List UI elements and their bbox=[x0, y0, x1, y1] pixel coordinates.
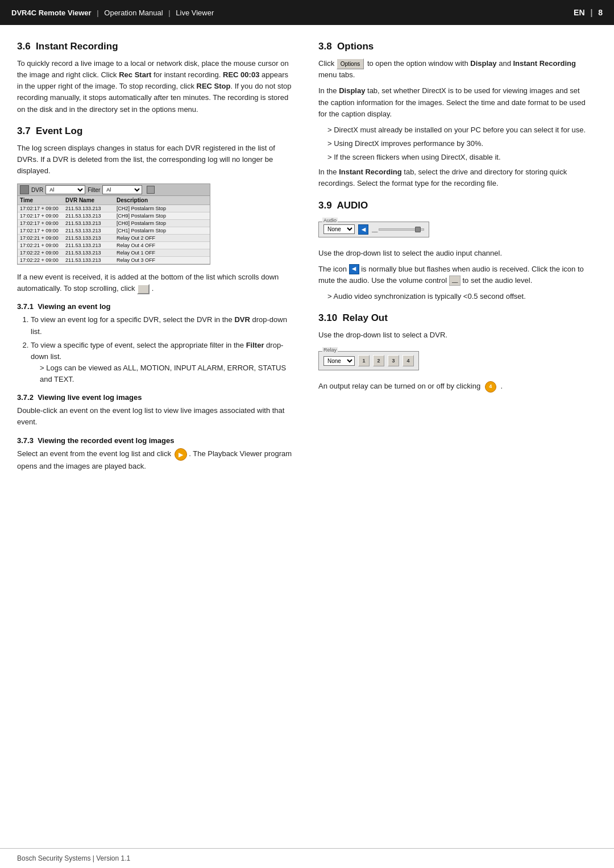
footer-company: Bosch Security Systems | Version 1.1 bbox=[17, 854, 130, 862]
scroll-stop-icon bbox=[137, 284, 150, 294]
relay-widget-label: Relay bbox=[322, 347, 338, 353]
filter-bold: Filter bbox=[246, 341, 264, 349]
table-row: 17:02:17 + 09:00 211.53.133.213 [CH1] Po… bbox=[18, 227, 210, 235]
bullet-directx1: DirectX must already be installed on you… bbox=[327, 124, 591, 136]
relay-widget: Relay None 1 2 3 4 bbox=[318, 351, 419, 370]
section-39-body1: Use the drop-down list to select the aud… bbox=[318, 248, 591, 259]
table-row: 17:02:17 + 09:00 211.53.133.213 [CH0] Po… bbox=[18, 220, 210, 227]
section-310-body1: Use the drop-down list to select a DVR. bbox=[318, 329, 591, 341]
col-time: Time bbox=[20, 197, 65, 203]
left-column: 3.6 Instant Recording To quickly record … bbox=[17, 41, 296, 482]
section-37-heading: 3.7 Event Log bbox=[17, 126, 296, 137]
header-sep1: | bbox=[97, 9, 98, 17]
header-sep2: | bbox=[168, 9, 170, 17]
dvr-label: DVR bbox=[31, 187, 43, 193]
audio-widget: Audio None ◀ ⎯⎯ bbox=[318, 222, 429, 237]
section-310-number: 3.10 bbox=[318, 312, 337, 323]
header-page: 8 bbox=[598, 8, 603, 17]
filter-select[interactable]: Al bbox=[102, 185, 142, 194]
list-item: To view a specific type of event, select… bbox=[31, 340, 296, 386]
volume-control-inline: ⎯⎯ bbox=[449, 276, 460, 286]
section-310-title: Relay Out bbox=[343, 312, 388, 323]
section-310-body2: An output relay can be turned on or off … bbox=[318, 381, 591, 393]
section-371-list: To view an event log for a specific DVR,… bbox=[17, 314, 296, 385]
header-section: Live Viewer bbox=[176, 9, 214, 17]
options-button[interactable]: Options bbox=[337, 59, 364, 70]
section-372-body: Double-click an event on the event log l… bbox=[17, 405, 296, 428]
bullet-logs: Logs can be viewed as ALL, MOTION, INPUT… bbox=[40, 362, 296, 385]
section-37-number: 3.7 bbox=[17, 126, 31, 136]
audio-mute-icon[interactable]: ◀ bbox=[358, 224, 368, 235]
bullet-directx3: If the screen flickers when using Direct… bbox=[327, 152, 591, 163]
section-37-body1: The log screen displays changes in statu… bbox=[17, 143, 296, 177]
section-36-body: To quickly record a live image to a loca… bbox=[17, 58, 296, 115]
event-log-toolbar: DVR Al Filter Al bbox=[18, 184, 210, 196]
options-bullets: DirectX must already be installed on you… bbox=[318, 124, 591, 163]
header-manual: Operation Manual bbox=[104, 9, 163, 17]
section-36-number: 3.6 bbox=[17, 41, 31, 52]
section-39-number: 3.9 bbox=[318, 200, 332, 211]
playback-icon: ▶ bbox=[175, 448, 187, 461]
right-column: 3.8 Options Click Options to open the op… bbox=[318, 41, 591, 482]
volume-icon: ⎯⎯ bbox=[452, 277, 458, 285]
audio-slider-thumb bbox=[415, 227, 421, 232]
indent-block: Logs can be viewed as ALL, MOTION, INPUT… bbox=[31, 362, 296, 385]
audio-slider[interactable] bbox=[379, 228, 424, 231]
relay-dvr-select[interactable]: None bbox=[323, 356, 355, 366]
header-sep3: | bbox=[590, 8, 595, 17]
header-left: DVR4C Remote Viewer | Operation Manual |… bbox=[11, 9, 214, 17]
table-row: 17:02:21 + 09:00 211.53.133.213 Relay Ou… bbox=[18, 235, 210, 242]
bullet-audio-sync: Audio video synchronization is typically… bbox=[327, 291, 591, 302]
audio-volume-control: ⎯⎯ bbox=[372, 227, 424, 232]
event-log-search-icon bbox=[147, 186, 155, 194]
relay-btn-2[interactable]: 2 bbox=[373, 355, 384, 366]
rec-timecode: REC 00:03 bbox=[223, 70, 259, 79]
section-39-body2: The icon ◀ is normally blue but flashes … bbox=[318, 264, 591, 286]
bullet-directx2: Using DirectX improves performance by 30… bbox=[327, 138, 591, 149]
section-36-heading: 3.6 Instant Recording bbox=[17, 41, 296, 52]
table-row: 17:02:21 + 09:00 211.53.133.213 Relay Ou… bbox=[18, 242, 210, 249]
section-39: 3.9 AUDIO Audio None ◀ ⎯⎯ bbox=[318, 200, 591, 303]
section-39-heading: 3.9 AUDIO bbox=[318, 200, 591, 211]
section-36: 3.6 Instant Recording To quickly record … bbox=[17, 41, 296, 115]
section-37-title: Event Log bbox=[36, 126, 82, 136]
audio-bullet: Audio video synchronization is typically… bbox=[318, 291, 591, 302]
relay-widget-container: Relay None 1 2 3 4 bbox=[318, 347, 591, 375]
header-lang: EN bbox=[574, 8, 584, 17]
relay-active-btn-inline: 4 bbox=[485, 381, 496, 393]
audio-widget-container: Audio None ◀ ⎯⎯ bbox=[318, 217, 591, 242]
section-371-heading: 3.7.1 Viewing an event log bbox=[17, 302, 296, 311]
main-content: 3.6 Instant Recording To quickly record … bbox=[0, 25, 614, 499]
section-38-title: Options bbox=[337, 41, 374, 52]
table-row: 17:02:22 + 09:00 211.53.133.213 Relay Ou… bbox=[18, 257, 210, 264]
table-row: 17:02:22 + 09:00 211.53.133.213 Relay Ou… bbox=[18, 249, 210, 257]
col-description: Description bbox=[117, 197, 208, 203]
section-310-heading: 3.10 Relay Out bbox=[318, 312, 591, 324]
section-38: 3.8 Options Click Options to open the op… bbox=[318, 41, 591, 190]
col-dvrname: DVR Name bbox=[65, 197, 117, 203]
footer: Bosch Security Systems | Version 1.1 bbox=[0, 848, 614, 868]
section-36-title: Instant Recording bbox=[36, 41, 118, 52]
event-log-header: Time DVR Name Description bbox=[18, 196, 210, 205]
relay-btn-4[interactable]: 4 bbox=[403, 355, 414, 366]
list-item: To view an event log for a specific DVR,… bbox=[31, 314, 296, 337]
header-product: DVR4C Remote Viewer bbox=[11, 9, 92, 17]
volume-label: ⎯⎯ bbox=[372, 227, 377, 232]
header: DVR4C Remote Viewer | Operation Manual |… bbox=[0, 0, 614, 25]
section-38-body3: In the Instant Recording tab, select the… bbox=[318, 166, 591, 189]
dvr-bold: DVR bbox=[234, 315, 250, 324]
section-373-body: Select an event from the event log list … bbox=[17, 448, 296, 472]
section-373-heading: 3.7.3 Viewing the recorded event log ima… bbox=[17, 436, 296, 445]
filter-label: Filter bbox=[88, 187, 100, 193]
section-38-number: 3.8 bbox=[318, 41, 332, 52]
section-37-body2: If a new event is received, it is added … bbox=[17, 272, 296, 294]
audio-channel-select[interactable]: None bbox=[323, 224, 355, 234]
relay-btn-3[interactable]: 3 bbox=[388, 355, 399, 366]
event-log-icon bbox=[20, 185, 29, 194]
dvr-select[interactable]: Al bbox=[45, 185, 85, 194]
section-38-body1: Click Options to open the option window … bbox=[318, 58, 591, 81]
audio-widget-label: Audio bbox=[322, 218, 338, 223]
rec-stop-label: REC Stop bbox=[197, 82, 231, 90]
relay-btn-1[interactable]: 1 bbox=[358, 355, 370, 366]
section-372-heading: 3.7.2 Viewing live event log images bbox=[17, 393, 296, 402]
